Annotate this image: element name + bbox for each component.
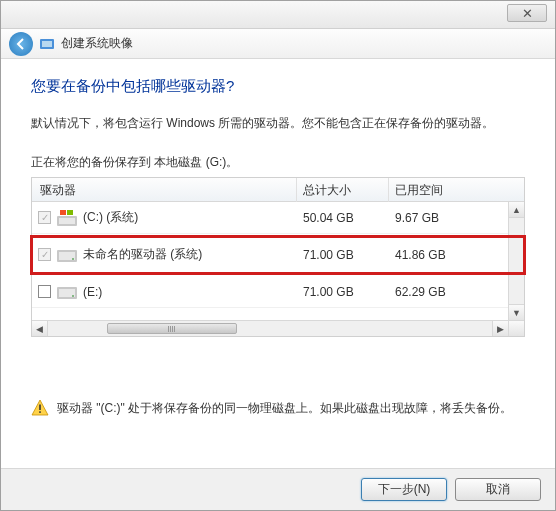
back-arrow-icon — [15, 38, 27, 50]
drive-label: 未命名的驱动器 (系统) — [83, 246, 202, 263]
warning-icon — [31, 399, 49, 417]
drive-total: 71.00 GB — [297, 248, 389, 262]
drive-icon — [57, 284, 77, 300]
drive-used: 62.29 GB — [389, 285, 524, 299]
svg-rect-5 — [67, 210, 73, 215]
drive-total: 71.00 GB — [297, 285, 389, 299]
content-area: 您要在备份中包括哪些驱动器? 默认情况下，将包含运行 Windows 所需的驱动… — [1, 59, 555, 417]
drive-checkbox[interactable] — [38, 285, 51, 298]
titlebar: ✕ — [1, 1, 555, 29]
table-row[interactable]: (E:)71.00 GB62.29 GB — [32, 276, 524, 308]
svg-rect-1 — [42, 41, 52, 47]
scroll-right-icon[interactable]: ▶ — [492, 321, 508, 336]
drive-total: 50.04 GB — [297, 211, 389, 225]
scroll-left-icon[interactable]: ◀ — [32, 321, 48, 336]
drive-used: 41.86 GB — [389, 248, 524, 262]
col-drive[interactable]: 驱动器 — [32, 178, 297, 202]
svg-rect-12 — [39, 405, 41, 411]
col-used[interactable]: 已用空间 — [389, 178, 524, 202]
warning-text: 驱动器 "(C:)" 处于将保存备份的同一物理磁盘上。如果此磁盘出现故障，将丢失… — [57, 399, 512, 417]
drive-used: 9.67 GB — [389, 211, 524, 225]
navbar: 创建系统映像 — [1, 29, 555, 59]
horizontal-scrollbar[interactable]: ◀ ▶ — [32, 320, 524, 336]
save-destination-text: 正在将您的备份保存到 本地磁盘 (G:)。 — [31, 154, 525, 171]
drive-icon — [57, 210, 77, 226]
drive-checkbox: ✓ — [38, 211, 51, 224]
svg-point-8 — [72, 258, 74, 260]
back-button[interactable] — [9, 32, 33, 56]
col-total[interactable]: 总计大小 — [297, 178, 389, 202]
drive-label: (E:) — [83, 285, 102, 299]
button-bar: 下一步(N) 取消 — [1, 468, 555, 510]
table-body: ✓(C:) (系统)50.04 GB9.67 GB✓未命名的驱动器 (系统)71… — [32, 202, 524, 320]
drive-label: (C:) (系统) — [83, 209, 138, 226]
close-button[interactable]: ✕ — [507, 4, 547, 22]
svg-rect-13 — [39, 411, 41, 413]
drive-checkbox: ✓ — [38, 248, 51, 261]
app-title: 创建系统映像 — [61, 35, 133, 52]
table-header: 驱动器 总计大小 已用空间 — [32, 178, 524, 202]
scroll-up-icon[interactable]: ▲ — [509, 202, 524, 218]
dialog-window: ✕ 创建系统映像 您要在备份中包括哪些驱动器? 默认情况下，将包含运行 Wind… — [0, 0, 556, 511]
page-subtext: 默认情况下，将包含运行 Windows 所需的驱动器。您不能包含正在保存备份的驱… — [31, 114, 525, 132]
next-button[interactable]: 下一步(N) — [361, 478, 447, 501]
scroll-down-icon[interactable]: ▼ — [509, 304, 524, 320]
drive-table: 驱动器 总计大小 已用空间 ✓(C:) (系统)50.04 GB9.67 GB✓… — [31, 177, 525, 337]
svg-rect-3 — [59, 218, 75, 224]
svg-point-11 — [72, 295, 74, 297]
table-row[interactable]: ✓未命名的驱动器 (系统)71.00 GB41.86 GB — [32, 237, 524, 273]
cancel-button[interactable]: 取消 — [455, 478, 541, 501]
close-icon: ✕ — [522, 6, 533, 21]
page-heading: 您要在备份中包括哪些驱动器? — [31, 77, 525, 96]
scroll-corner — [508, 321, 524, 336]
warning-area: 驱动器 "(C:)" 处于将保存备份的同一物理磁盘上。如果此磁盘出现故障，将丢失… — [31, 399, 525, 417]
scroll-thumb[interactable] — [107, 323, 237, 334]
table-row[interactable]: ✓(C:) (系统)50.04 GB9.67 GB — [32, 202, 524, 234]
app-icon — [39, 36, 55, 52]
drive-icon — [57, 247, 77, 263]
svg-rect-4 — [60, 210, 66, 215]
